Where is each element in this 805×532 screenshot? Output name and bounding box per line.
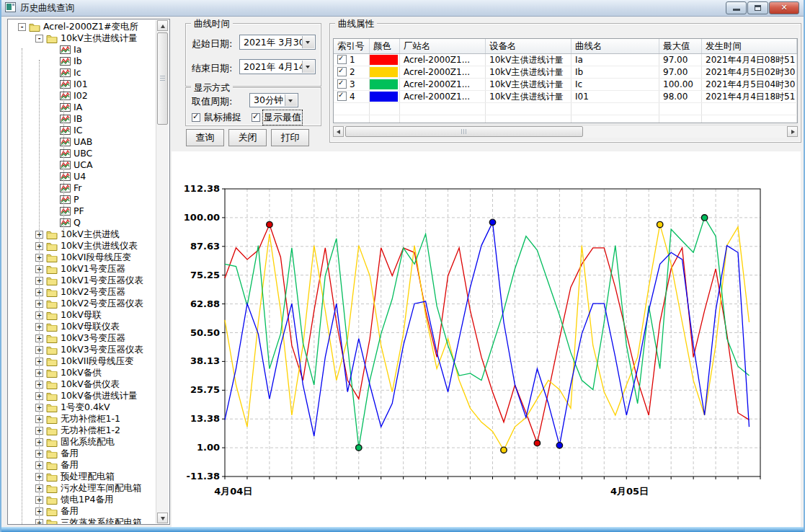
folder-icon — [46, 322, 58, 332]
table-row[interactable]: ✓4Acrel-2000Z1...10kV主供进线计量I0198.002021年… — [334, 91, 797, 103]
tree-item-curve[interactable]: IA — [8, 102, 156, 113]
tree-item-folder[interactable]: +1号变0.4kV — [8, 402, 156, 413]
scroll-up-button[interactable] — [157, 20, 168, 31]
scroll-left-button[interactable] — [333, 126, 344, 137]
tree-item-folder[interactable]: +污水处理车间配电箱 — [8, 482, 156, 494]
column-header[interactable]: 最大值 — [659, 39, 702, 53]
tree-item-curve[interactable]: Ib — [8, 56, 156, 67]
folder-icon — [46, 253, 58, 262]
tree-item-curve[interactable]: Fr — [8, 182, 156, 194]
tree-scrollbar-thumb[interactable] — [157, 32, 168, 125]
close-dialog-button[interactable]: 关闭 — [228, 129, 267, 146]
tree-item-folder[interactable]: +10kV备供仪表 — [8, 378, 156, 390]
tree-item-folder[interactable]: +三效蒸发系统配电箱 — [8, 517, 156, 525]
period-dropdown-button[interactable] — [285, 94, 297, 106]
column-header[interactable]: 厂站名 — [400, 39, 486, 53]
column-header[interactable]: 曲线名 — [571, 39, 659, 53]
tree-item-label: Ic — [74, 67, 81, 79]
color-swatch-cell — [370, 54, 400, 66]
row-checkbox[interactable]: ✓ — [337, 55, 347, 64]
tree-item-folder[interactable]: +10kV2号变压器 — [8, 286, 156, 298]
row-index-cell: ✓3 — [334, 79, 370, 90]
tree-item-curve[interactable]: PF — [8, 205, 156, 217]
tree-item-curve[interactable]: UCA — [8, 159, 156, 171]
tree-item-label: IC — [74, 125, 82, 136]
print-button[interactable]: 打印 — [271, 129, 309, 146]
tree-item-label: 10kVI段母线压变 — [61, 252, 131, 263]
tree-item-folder[interactable]: +备用 — [8, 459, 156, 471]
period-select[interactable]: 30分钟 — [249, 93, 298, 107]
tree-item-curve[interactable]: IC — [8, 125, 156, 136]
collapse-icon[interactable]: - — [18, 23, 26, 31]
end-date-select[interactable]: 2021年 4月14 — [239, 59, 316, 74]
tree-item-folder[interactable]: +10kV1号变压器 — [8, 263, 156, 275]
tree-item-curve[interactable]: I01 — [8, 79, 156, 90]
tree-item-folder[interactable]: +10kVI段母线压变 — [8, 252, 156, 263]
table-hscrollbar[interactable] — [333, 125, 798, 138]
tree-item-curve[interactable]: U4 — [8, 171, 156, 182]
tree-item-folder[interactable]: +10kV3号变压器仪表 — [8, 344, 156, 355]
tree-item-label: Fr — [74, 182, 81, 194]
row-checkbox[interactable]: ✓ — [337, 92, 347, 101]
display-mode-group-label: 显示方式 — [191, 82, 233, 93]
close-button[interactable]: ✕ — [769, 1, 799, 14]
tree-item-folder[interactable]: +10kV3号变压器 — [8, 332, 156, 344]
table-hscrollbar-thumb[interactable] — [345, 126, 583, 137]
start-date-dropdown-button[interactable] — [302, 36, 314, 48]
tree-item-curve[interactable]: P — [8, 194, 156, 205]
tree-item-folder[interactable]: +预处理配电箱 — [8, 471, 156, 482]
start-date-select[interactable]: 2021年 3月30 — [239, 35, 316, 50]
tree-item-folder[interactable]: +10kV母联 — [8, 309, 156, 321]
column-header[interactable]: 索引号 — [334, 39, 370, 53]
y-axis-tick-label: 112.38 — [184, 183, 220, 194]
tree-item-folder[interactable]: +10kV备供 — [8, 367, 156, 378]
table-row[interactable]: ✓3Acrel-2000Z1...10kV主供进线计量Ic100.002021年… — [334, 79, 797, 91]
curve-icon — [60, 161, 71, 169]
end-date-value: 2021年 4月14 — [244, 61, 305, 73]
tree-item-folder[interactable]: +10kVII段母线压变 — [8, 355, 156, 367]
tree-item-folder[interactable]: +10kV母联仪表 — [8, 321, 156, 332]
tree-item-curve[interactable]: UBC — [8, 148, 156, 159]
tree-item-folder[interactable]: +10kV1号变压器仪表 — [8, 275, 156, 286]
tree-item-folder[interactable]: +10kV备供进线计量 — [8, 390, 156, 402]
tree-item-folder[interactable]: +无功补偿柜1-2 — [8, 425, 156, 436]
column-header[interactable]: 发生时间 — [702, 39, 797, 53]
show-extremes-checkbox[interactable]: ✓ 显示最值 — [252, 111, 301, 124]
scroll-right-button[interactable] — [787, 126, 798, 137]
tree-scrollbar[interactable] — [156, 20, 169, 523]
tree-item-folder[interactable]: +10kV主供进线 — [8, 229, 156, 240]
x-axis-date-label: 4月04日 — [214, 486, 252, 497]
tree-item-curve[interactable]: IB — [8, 113, 156, 125]
row-checkbox[interactable]: ✓ — [337, 67, 347, 76]
query-button[interactable]: 查询 — [186, 129, 224, 146]
end-date-dropdown-button[interactable] — [302, 61, 314, 73]
minimize-button[interactable] — [726, 1, 747, 14]
tree-item-folder[interactable]: +无功补偿柜1-1 — [8, 413, 156, 425]
tree-item-curve[interactable]: I02 — [8, 90, 156, 102]
restore-button[interactable] — [747, 1, 768, 14]
empty-cell — [659, 115, 702, 123]
table-row[interactable]: ✓1Acrel-2000Z1...10kV主供进线计量Ia97.002021年4… — [334, 54, 797, 66]
chevron-down-icon — [306, 41, 310, 44]
tree-item-folder[interactable]: +备用 — [8, 448, 156, 459]
folder-icon — [46, 357, 58, 366]
table-row[interactable]: ✓2Acrel-2000Z1...10kV主供进线计量Ib97.002021年4… — [334, 66, 797, 79]
tree-item-folder[interactable]: +10kV主供进线仪表 — [8, 240, 156, 252]
tree-item-folder[interactable]: +固化系统配电 — [8, 436, 156, 448]
column-header[interactable]: 设备名 — [486, 39, 571, 53]
mouse-capture-checkbox[interactable]: ✓ 鼠标捕捉 — [192, 111, 241, 124]
tree-item-curve[interactable]: UAB — [8, 136, 156, 148]
tree-item-folder[interactable]: +10kV2号变压器仪表 — [8, 298, 156, 309]
titlebar[interactable]: 历史曲线查询 ✕ — [1, 0, 804, 17]
collapse-icon[interactable]: - — [35, 35, 43, 43]
tree-item-folder[interactable]: +馈电1P4备用 — [8, 494, 156, 505]
column-header[interactable]: 颜色 — [370, 39, 400, 53]
tree-item-curve[interactable]: Ia — [8, 44, 156, 56]
tree-item-folder[interactable]: -Acrel-2000Z1#变电所 — [8, 21, 156, 32]
tree-item-folder[interactable]: +备用 — [8, 505, 156, 517]
row-checkbox[interactable]: ✓ — [337, 79, 347, 89]
tree-item-curve[interactable]: Ic — [8, 67, 156, 79]
scroll-down-button[interactable] — [157, 513, 168, 523]
tree-item-folder[interactable]: -10kV主供进线计量 — [8, 32, 156, 44]
tree-item-curve[interactable]: Q — [8, 217, 156, 229]
